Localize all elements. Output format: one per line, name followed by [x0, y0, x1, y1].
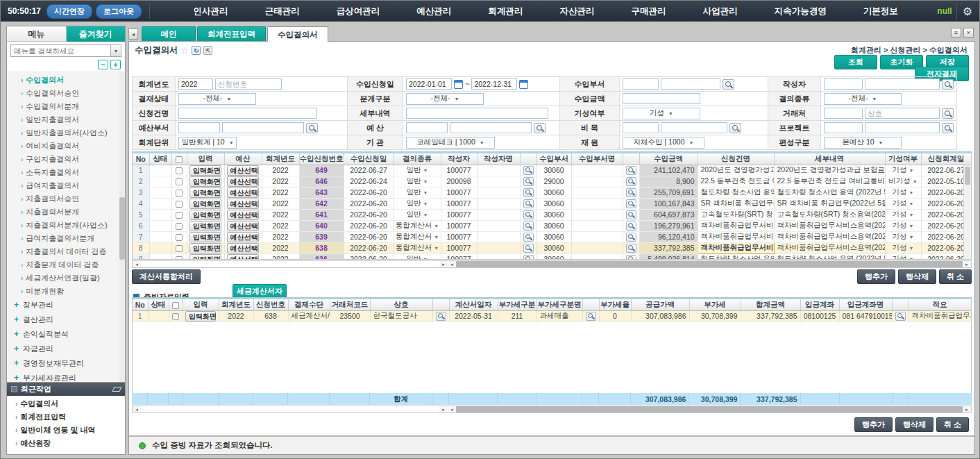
search-icon[interactable]	[586, 312, 596, 321]
row-checkbox[interactable]	[176, 234, 183, 241]
top-menu-item[interactable]: 자산관리	[559, 6, 594, 17]
column-header[interactable]	[169, 299, 183, 310]
column-header[interactable]: 수입부서명	[571, 153, 623, 165]
sidebar-group[interactable]: +장부관리	[7, 298, 125, 312]
budget-select-button[interactable]: 예산선택	[227, 232, 260, 242]
column-header[interactable]: 상태	[149, 153, 171, 165]
sidebar-tab-favorites[interactable]: 즐겨찾기	[67, 26, 126, 42]
recent-item[interactable]: ›일반이체 연동 및 내역	[7, 424, 125, 437]
column-header[interactable]: 세부내역	[774, 153, 885, 165]
delete-row-button[interactable]: 행삭제	[895, 417, 933, 432]
input-screen-button[interactable]: 입력화면	[189, 221, 222, 231]
column-header[interactable]: 입금계좌	[800, 299, 839, 310]
budget-dept-code-input[interactable]	[178, 122, 220, 133]
column-header[interactable]: No	[133, 153, 149, 165]
top-menu-item[interactable]: 구매관리	[632, 6, 666, 17]
clear-recent-icon[interactable]	[112, 387, 121, 392]
search-dropdown-icon[interactable]: ▼	[111, 44, 121, 57]
cell-progress[interactable]: 비기성▼	[885, 176, 921, 187]
tab-main[interactable]: 메인	[142, 26, 196, 41]
budget-select-button[interactable]: 예산선택	[227, 243, 260, 253]
column-header[interactable]	[892, 299, 909, 310]
search-icon[interactable]	[534, 123, 546, 133]
row-checkbox[interactable]	[176, 256, 183, 260]
extend-time-button[interactable]: 시간연장	[47, 4, 92, 19]
income-dept-name-input[interactable]	[661, 78, 720, 90]
row-checkbox[interactable]	[176, 178, 183, 185]
table-row[interactable]: 5입력화면예산선택20226412022-06-20일반▼10007730060…	[133, 209, 971, 220]
column-header[interactable]: No	[133, 299, 148, 310]
budget-select-button[interactable]: 예산선택	[227, 221, 260, 231]
scroll-right-icon[interactable]: ▸	[439, 406, 448, 412]
recent-item[interactable]: ›수입결의서	[7, 397, 125, 410]
search-icon[interactable]	[942, 123, 954, 133]
sidebar-item[interactable]: ›지출결의서분개	[7, 206, 125, 219]
column-header[interactable]: 입금계좌명	[839, 299, 892, 310]
input-screen-button[interactable]: 입력화면	[189, 176, 222, 187]
sidebar-item[interactable]: ›수입결의서승인	[7, 87, 125, 100]
fund-source-select[interactable]: 자체수입 | 1000▼	[623, 137, 704, 149]
row-checkbox[interactable]	[176, 167, 183, 174]
invoice-merge-button[interactable]: 계산서통합처리	[132, 269, 201, 284]
fiscal-year-input[interactable]	[178, 78, 213, 90]
column-header[interactable]: 회계년도	[219, 299, 253, 310]
cancel-button[interactable]: 취 소	[936, 417, 969, 432]
cell-decision[interactable]: 일반▼	[394, 253, 441, 260]
tab-income-resolution[interactable]: 수입결의서	[267, 26, 328, 42]
search-icon[interactable]	[942, 79, 954, 90]
cell-decision[interactable]: 통합계산서▼	[394, 220, 441, 231]
table-row[interactable]: 2입력화면예산선택20226462022-06-24일반▼20009829000…	[133, 176, 971, 187]
column-header[interactable]: 작성자명	[477, 153, 520, 165]
cell-decision[interactable]: 일반▼	[394, 176, 441, 187]
cell-progress[interactable]: 기성▼	[885, 253, 921, 260]
budget-select-button[interactable]: 예산선택	[227, 176, 260, 187]
column-header[interactable]: 적요	[909, 299, 971, 310]
expand-all-button[interactable]: +	[110, 60, 121, 69]
recent-checkbox-icon[interactable]	[11, 386, 17, 392]
table-row[interactable]: 9입력화면예산선택20226362022-06-20일반▼10007730060…	[133, 253, 971, 260]
add-row-button[interactable]: 행추가	[857, 269, 895, 284]
scroll-left-icon[interactable]: ◂	[133, 261, 141, 267]
top-menu-item[interactable]: 예산관리	[416, 6, 451, 17]
approval-state-select[interactable]: -전체-▼	[178, 93, 256, 105]
column-header[interactable]: 계산서일자	[449, 299, 498, 310]
search-icon[interactable]	[523, 188, 534, 197]
table-row[interactable]: 8입력화면예산선택20226382022-06-20통합계산서▼10007730…	[133, 242, 971, 253]
sidebar-item[interactable]: ›지출결의서승인	[7, 192, 125, 206]
scroll-right-icon[interactable]: ▸	[963, 406, 971, 412]
search-icon[interactable]	[723, 79, 734, 90]
cell-decision[interactable]: 통합계산서▼	[394, 231, 441, 242]
column-header[interactable]: 신청회계일	[921, 153, 971, 165]
calendar-icon[interactable]	[519, 80, 528, 89]
search-icon[interactable]	[523, 199, 534, 208]
column-header[interactable]: 수입금액	[639, 153, 698, 165]
progress-select[interactable]: 기성▼	[623, 108, 700, 119]
budget-code-input[interactable]	[406, 122, 448, 133]
tab-journal-entry[interactable]: 회계전표입력	[197, 26, 266, 41]
vertical-scrollbar[interactable]	[963, 165, 971, 259]
sidebar-group[interactable]: +자금관리	[7, 342, 125, 356]
detail-input[interactable]	[406, 108, 548, 119]
budget-select-button[interactable]: 예산선택	[227, 199, 260, 209]
sidebar-tab-menu[interactable]: 메뉴	[7, 26, 67, 42]
search-icon[interactable]	[523, 233, 534, 242]
column-header[interactable]: 수입신청번호	[299, 153, 344, 165]
favorite-star-icon[interactable]: ☆	[181, 45, 189, 56]
search-icon[interactable]	[626, 233, 636, 242]
scroll-left-icon[interactable]: ◂	[448, 406, 456, 412]
project-code-input[interactable]	[824, 122, 863, 133]
income-dept-code-input[interactable]	[623, 78, 659, 90]
top-menu-item[interactable]: 기본정보	[863, 6, 898, 17]
column-header[interactable]: 결의종류	[394, 153, 441, 165]
popup-window-icon[interactable]: ⇱	[203, 46, 212, 55]
sidebar-item[interactable]: ›지출분개 데이터 검증	[7, 258, 125, 272]
close-tab-icon[interactable]: ×	[963, 28, 974, 37]
expense-name-input[interactable]	[661, 122, 727, 133]
scroll-left-icon[interactable]: ◂	[133, 406, 141, 412]
search-icon[interactable]	[626, 210, 636, 219]
cell-decision[interactable]: 일반▼	[394, 187, 441, 198]
table-row[interactable]: 7입력화면예산선택20226392022-06-20통합계산서▼10007730…	[133, 231, 971, 242]
sidebar-item[interactable]: ›수입결의서분개	[7, 100, 125, 113]
cell-decision[interactable]: 통합계산서▼	[394, 242, 441, 253]
select-all-checkbox[interactable]	[172, 302, 179, 309]
